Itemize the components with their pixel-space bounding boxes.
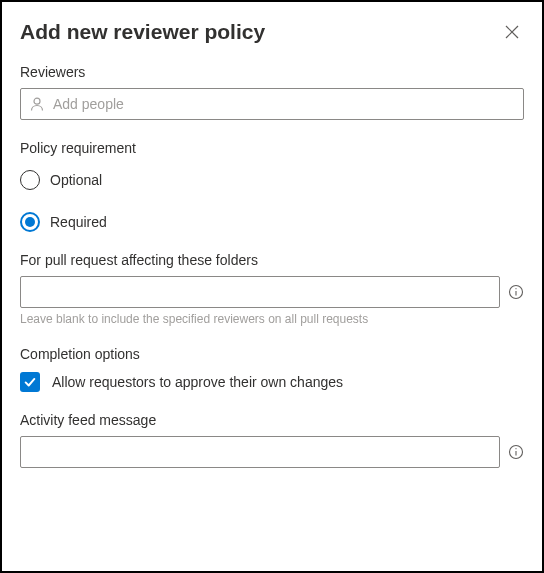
allow-self-approve-label: Allow requestors to approve their own ch… <box>52 374 343 390</box>
checkbox-checked-icon <box>20 372 40 392</box>
info-icon[interactable] <box>508 444 524 460</box>
info-icon[interactable] <box>508 284 524 300</box>
folders-helper-text: Leave blank to include the specified rev… <box>20 312 524 326</box>
radio-icon-unchecked <box>20 170 40 190</box>
activity-feed-section: Activity feed message <box>20 412 524 468</box>
completion-section: Completion options Allow requestors to a… <box>20 346 524 392</box>
person-icon <box>29 96 45 112</box>
radio-optional-label: Optional <box>50 172 102 188</box>
reviewers-input-wrapper[interactable] <box>20 88 524 120</box>
policy-requirement-radiogroup: Optional Required <box>20 170 524 232</box>
svg-point-5 <box>515 288 516 289</box>
radio-optional[interactable]: Optional <box>20 170 524 190</box>
activity-feed-label: Activity feed message <box>20 412 524 428</box>
svg-point-2 <box>34 98 40 104</box>
policy-requirement-label: Policy requirement <box>20 140 524 156</box>
folders-row <box>20 276 524 308</box>
reviewers-label: Reviewers <box>20 64 524 80</box>
allow-self-approve-checkbox-row[interactable]: Allow requestors to approve their own ch… <box>20 372 524 392</box>
reviewers-section: Reviewers <box>20 64 524 120</box>
svg-point-8 <box>515 448 516 449</box>
policy-requirement-section: Policy requirement Optional Required <box>20 140 524 232</box>
radio-icon-checked <box>20 212 40 232</box>
radio-required[interactable]: Required <box>20 212 524 232</box>
reviewer-policy-panel: Add new reviewer policy Reviewers Policy… <box>0 0 544 573</box>
close-icon <box>504 24 520 40</box>
panel-header: Add new reviewer policy <box>20 20 524 44</box>
reviewers-input[interactable] <box>53 96 515 112</box>
panel-title: Add new reviewer policy <box>20 20 265 44</box>
folders-section: For pull request affecting these folders… <box>20 252 524 326</box>
activity-feed-input[interactable] <box>20 436 500 468</box>
folders-label: For pull request affecting these folders <box>20 252 524 268</box>
activity-feed-row <box>20 436 524 468</box>
folders-input[interactable] <box>20 276 500 308</box>
close-button[interactable] <box>500 20 524 44</box>
radio-inner-dot <box>25 217 35 227</box>
completion-label: Completion options <box>20 346 524 362</box>
radio-required-label: Required <box>50 214 107 230</box>
